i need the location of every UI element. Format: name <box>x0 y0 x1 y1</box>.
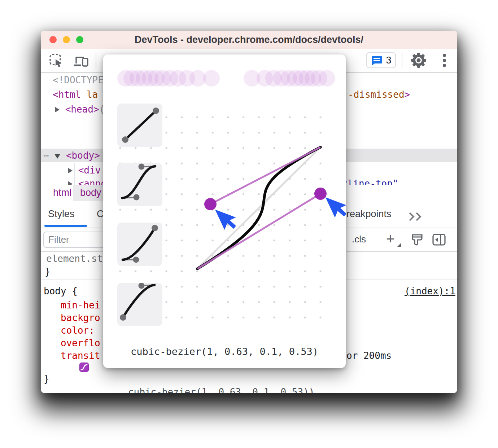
title-bar: DevTools - developer.chrome.com/docs/dev… <box>41 31 457 49</box>
stylesheet-source-link[interactable]: (index):1 <box>405 286 455 297</box>
gear-icon[interactable] <box>410 52 427 69</box>
css-bezier-value[interactable]: cubic-bezier(1, 0.63, 0.1, 0.53)) <box>128 387 315 393</box>
dom-node-doctype[interactable]: <!DOCTYPE <box>53 73 109 87</box>
css-property[interactable]: overflo <box>61 338 100 348</box>
bezier-value-label: cubic-bezier(1, 0.63, 0.1, 0.53) <box>103 346 346 357</box>
css-property[interactable]: min-hei <box>61 300 100 311</box>
expand-arrow-icon[interactable] <box>55 107 60 113</box>
preset-linear[interactable] <box>117 104 162 147</box>
toolbar-separator-2 <box>402 52 402 68</box>
messages-count: 3 <box>386 55 391 66</box>
dom-node-head[interactable]: <head>( <box>55 102 105 117</box>
toolbar-separator <box>96 52 96 68</box>
control-point-p1[interactable] <box>314 188 327 200</box>
rendering-brush-icon[interactable] <box>410 233 424 247</box>
preset-ease-in[interactable] <box>117 223 162 266</box>
new-class-button[interactable]: .cls <box>352 228 366 251</box>
bezier-swatch-icon[interactable] <box>79 363 89 372</box>
dom-node-html[interactable]: <html la <box>53 87 98 102</box>
device-toolbar-icon[interactable] <box>73 53 89 68</box>
inspect-element-icon[interactable] <box>49 53 64 68</box>
bezier-preview-trail <box>117 70 335 87</box>
element-style-selector[interactable]: element.st <box>46 253 103 264</box>
dom-node-div[interactable]: <div <box>68 163 101 177</box>
toggle-sidebar-icon[interactable] <box>432 233 446 246</box>
css-property[interactable]: backgro <box>61 312 100 323</box>
dom-node-body[interactable]: ⋯ <body> <box>43 148 100 163</box>
css-value-tail: or 200ms <box>346 350 392 361</box>
collapse-arrow-icon[interactable] <box>54 154 60 159</box>
messages-button[interactable]: 3 <box>366 52 396 68</box>
close-brace: } <box>44 373 49 384</box>
css-property[interactable]: color: <box>61 325 95 336</box>
control-point-p2[interactable] <box>204 198 217 210</box>
tab-computed[interactable]: C <box>97 201 104 227</box>
preset-ease-out[interactable] <box>117 283 162 326</box>
tab-dom-breakpoints[interactable]: reakpoints <box>346 201 392 227</box>
double-chevron-right-icon[interactable] <box>406 211 420 222</box>
active-tab-indicator <box>44 225 87 227</box>
expand-arrow-icon[interactable] <box>68 168 73 174</box>
dom-node-html-tail[interactable]: -dismissed> <box>348 87 410 102</box>
close-brace: } <box>45 266 51 277</box>
css-property[interactable]: transit <box>61 350 100 361</box>
bezier-editor-popup: cubic-bezier(1, 0.63, 0.1, 0.53) <box>103 54 346 368</box>
window-title: DevTools - developer.chrome.com/docs/dev… <box>41 31 457 49</box>
body-selector[interactable]: body { <box>44 286 78 297</box>
messages-icon <box>371 55 383 66</box>
new-rule-dropdown-icon[interactable] <box>397 243 401 247</box>
preset-ease-in-out[interactable] <box>117 163 162 206</box>
kebab-menu-icon[interactable] <box>442 54 446 67</box>
tab-styles[interactable]: Styles <box>48 201 75 227</box>
node-overflow-icon[interactable]: ⋯ <box>43 150 49 161</box>
crumb-html[interactable]: html <box>48 185 77 201</box>
new-style-rule-button[interactable]: + <box>386 228 394 251</box>
cursor-arrow-icon <box>326 191 346 220</box>
